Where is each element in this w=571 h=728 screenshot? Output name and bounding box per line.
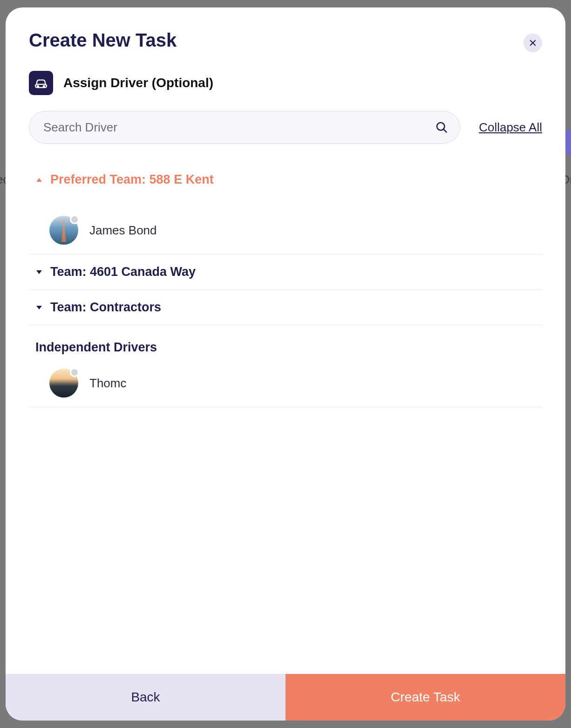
team-row[interactable]: Team: 4601 Canada Way <box>29 254 542 290</box>
team-label: Preferred Team: 588 E Kent <box>50 172 214 187</box>
team-label: Team: 4601 Canada Way <box>50 265 196 279</box>
search-input[interactable] <box>29 111 460 144</box>
caret-down-icon <box>35 304 43 311</box>
team-label: Team: Contractors <box>50 300 161 315</box>
driver-name: James Bond <box>89 223 157 238</box>
svg-point-4 <box>43 86 45 87</box>
team-row-preferred[interactable]: Preferred Team: 588 E Kent <box>29 162 542 197</box>
modal-title: Create New Task <box>29 30 177 51</box>
section-header: Assign Driver (Optional) <box>6 52 565 95</box>
avatar-wrap <box>49 216 78 245</box>
close-button[interactable] <box>523 34 542 52</box>
modal-footer: Back Create Task <box>6 674 565 721</box>
svg-line-6 <box>444 130 447 132</box>
back-button[interactable]: Back <box>6 674 286 721</box>
driver-row[interactable]: Thomc <box>29 359 542 407</box>
svg-marker-9 <box>36 306 42 309</box>
independent-label: Independent Drivers <box>35 340 157 354</box>
background-accent-bar <box>564 130 571 155</box>
svg-marker-8 <box>36 270 42 274</box>
driver-list: Preferred Team: 588 E Kent James Bond Te… <box>6 144 565 674</box>
avatar-wrap <box>49 369 78 398</box>
caret-down-icon <box>35 268 43 276</box>
section-title: Assign Driver (Optional) <box>63 76 213 90</box>
collapse-all-link[interactable]: Collapse All <box>479 120 542 135</box>
car-icon-box <box>29 71 53 95</box>
independent-section: Independent Drivers <box>29 325 542 359</box>
driver-row[interactable]: James Bond <box>29 206 542 254</box>
close-icon <box>529 39 537 47</box>
status-dot <box>70 215 79 224</box>
team-row[interactable]: Team: Contractors <box>29 290 542 325</box>
create-task-button[interactable]: Create Task <box>286 674 565 721</box>
svg-marker-7 <box>36 178 42 182</box>
car-icon <box>33 75 49 91</box>
status-dot <box>70 368 79 377</box>
modal-header: Create New Task <box>6 7 565 52</box>
caret-up-icon <box>35 176 43 184</box>
search-wrap <box>29 111 460 144</box>
create-task-modal: Create New Task Assign Driver (Optional)… <box>6 7 565 721</box>
search-icon <box>435 121 448 134</box>
driver-name: Thomc <box>89 376 126 391</box>
svg-point-3 <box>37 86 39 87</box>
search-row: Collapse All <box>6 95 565 144</box>
